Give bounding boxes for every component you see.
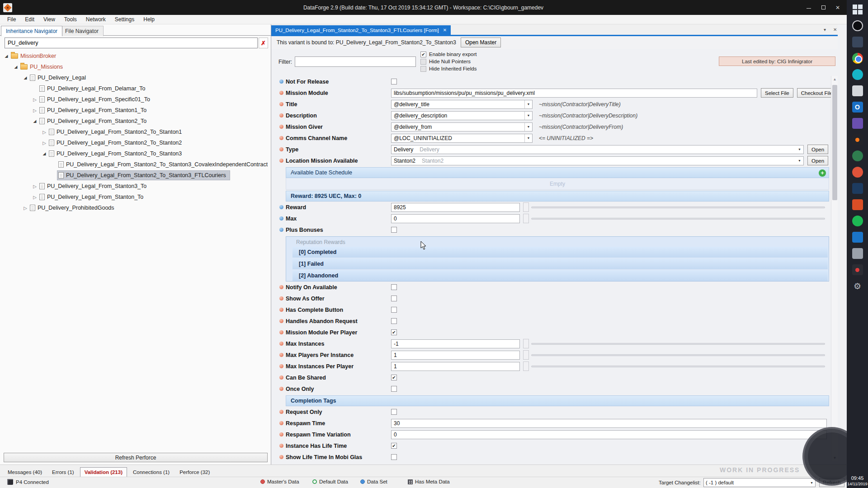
- menu-help[interactable]: Help: [139, 15, 159, 23]
- checkbox-can-be-shared[interactable]: [391, 375, 397, 380]
- tree-item-missionbroker[interactable]: ◢MissionBroker: [0, 51, 268, 61]
- minimize-button[interactable]: [805, 5, 812, 11]
- chevron-down-icon[interactable]: ▼: [796, 145, 803, 154]
- expanded-icon[interactable]: ◢: [22, 75, 29, 80]
- tree-item-pu-delivery-legal[interactable]: ◢PU_Delivery_Legal: [0, 72, 268, 83]
- open-button[interactable]: Open: [807, 156, 828, 165]
- checkbox-instance-has-life-time[interactable]: [391, 443, 397, 449]
- combo-mission-giver[interactable]: @delivery_from▼: [391, 122, 533, 131]
- collapsed-icon[interactable]: ▷: [31, 184, 38, 189]
- group-item-0-completed[interactable]: [0] Completed: [292, 247, 828, 258]
- collapsed-icon[interactable]: ▷: [41, 130, 48, 135]
- app-icon-photo[interactable]: [852, 85, 863, 97]
- app-icon-purple[interactable]: [852, 117, 863, 129]
- section-header-completion-tags[interactable]: Completion Tags: [286, 395, 829, 406]
- checkbox-enable-binary-export[interactable]: [420, 52, 426, 57]
- expanded-icon[interactable]: ◢: [3, 54, 10, 58]
- checkbox-show-as-offer[interactable]: [391, 296, 397, 301]
- tab-file-navigator[interactable]: File Navigator: [60, 26, 104, 36]
- checkbox-plus-bonuses[interactable]: [391, 227, 397, 233]
- scrollbar-thumb[interactable]: [832, 85, 837, 200]
- clear-search-icon[interactable]: ✗: [259, 38, 268, 48]
- group-item-2-abandoned[interactable]: [2] Abandoned: [292, 270, 828, 281]
- settings-gear-icon[interactable]: ⚙: [852, 280, 863, 292]
- app-icon-green[interactable]: [852, 150, 863, 162]
- menu-view[interactable]: View: [39, 15, 60, 23]
- close-button[interactable]: ✕: [834, 5, 841, 11]
- number-input-max-instances[interactable]: -1: [391, 339, 520, 348]
- collapsed-icon[interactable]: ▷: [31, 108, 38, 113]
- collapsed-icon[interactable]: ▷: [41, 141, 48, 145]
- document-tab[interactable]: PU_Delivery_Legal_From_Stanton2_To_Stant…: [271, 25, 451, 35]
- target-changelist-select[interactable]: ( -1 ) default ▼: [703, 478, 816, 487]
- chrome-icon[interactable]: [852, 52, 863, 64]
- chevron-down-icon[interactable]: ▼: [524, 134, 532, 142]
- collapsed-icon[interactable]: ▷: [22, 206, 29, 211]
- slider-handle[interactable]: [523, 361, 529, 371]
- number-input-max-players-per-instance[interactable]: 1: [391, 351, 520, 360]
- tree-item-pu-delivery-legal-from-stanton2-to-stanton3[interactable]: ◢PU_Delivery_Legal_From_Stanton2_To_Stan…: [0, 148, 268, 159]
- search-input[interactable]: [5, 38, 258, 48]
- menu-edit[interactable]: Edit: [20, 15, 39, 23]
- filter-input[interactable]: [295, 56, 416, 67]
- tree-item-pu-delivery-legal-from-delamar-to[interactable]: PU_Delivery_Legal_From_Delamar_To: [0, 83, 268, 94]
- open-master-button[interactable]: Open Master: [461, 38, 501, 47]
- picker-location-mission-available[interactable]: Stanton2Stanton2▼: [391, 156, 804, 165]
- outlook-icon[interactable]: O: [852, 101, 863, 113]
- checkbox-once-only[interactable]: [391, 386, 397, 392]
- number-input-respawn-time[interactable]: 30: [391, 419, 827, 428]
- app-icon-dev[interactable]: [852, 36, 863, 48]
- taskbar-clock[interactable]: 09:45 14/11/2019: [847, 475, 867, 488]
- refresh-perforce-button[interactable]: Refresh Perforce: [4, 453, 268, 462]
- slider-handle[interactable]: [523, 339, 529, 348]
- tree-item-pu-delivery-legal-from-specific01-to[interactable]: ▷PU_Delivery_Legal_From_Specific01_To: [0, 94, 268, 105]
- output-tab-errors[interactable]: Errors (1): [48, 467, 78, 477]
- app-icon-dark-red[interactable]: [852, 264, 863, 276]
- select-file-button[interactable]: Select File: [761, 88, 793, 98]
- add-item-icon[interactable]: +: [819, 169, 826, 177]
- app-icon-redcircle[interactable]: [852, 166, 863, 178]
- app-icon-record[interactable]: [852, 20, 863, 32]
- checkbox-request-only[interactable]: [391, 409, 397, 415]
- maximize-button[interactable]: [820, 5, 827, 11]
- app-icon-dark-orange[interactable]: [852, 134, 863, 145]
- chevron-down-icon[interactable]: ▼: [524, 123, 532, 131]
- menu-network[interactable]: Network: [81, 15, 110, 23]
- menu-tools[interactable]: Tools: [60, 15, 81, 23]
- checkbox-handles-abandon-request[interactable]: [391, 318, 397, 324]
- section-header-available-date-schedule[interactable]: Available Date Schedule+: [286, 167, 829, 178]
- open-button[interactable]: Open: [807, 145, 828, 154]
- picker-type[interactable]: DeliveryDelivery▼: [391, 145, 804, 154]
- expanded-icon[interactable]: ◢: [12, 65, 19, 69]
- tab-close-icon[interactable]: ✕: [443, 28, 447, 33]
- app-icon-teal[interactable]: [852, 69, 863, 80]
- tree-item-pu-delivery-legal-from-stanton-to[interactable]: ▷PU_Delivery_Legal_From_Stanton_To: [0, 192, 268, 202]
- collapsed-icon[interactable]: ▷: [31, 195, 38, 200]
- file-path-mission-module[interactable]: libs/subsumption/missions/pu/pu_missions…: [391, 89, 757, 98]
- output-tab-messages[interactable]: Messages (40): [4, 467, 46, 477]
- group-item-1-failed[interactable]: [1] Failed: [292, 258, 828, 269]
- checkbox-not-for-release[interactable]: [391, 79, 397, 84]
- slider-track[interactable]: [531, 218, 825, 220]
- output-tab-validation[interactable]: Validation (213): [80, 467, 127, 477]
- menu-settings[interactable]: Settings: [110, 15, 139, 23]
- collapsed-icon[interactable]: ▷: [31, 97, 38, 102]
- form-scrollbar[interactable]: ▲ ▼: [831, 76, 838, 461]
- combo-comms-channel-name[interactable]: @LOC_UNINITIALIZED▼: [391, 134, 533, 143]
- checkbox-show-life-time-in-mobi-glas[interactable]: [391, 454, 397, 460]
- section-header-reward-8925-uec-max-0[interactable]: Reward: 8925 UEC, Max: 0: [286, 191, 829, 202]
- number-input-respawn-time-variation[interactable]: 0: [391, 430, 827, 439]
- app-icon-navy[interactable]: [852, 183, 863, 194]
- checkout-file-button[interactable]: Checkout File: [797, 88, 831, 98]
- slider-handle[interactable]: [523, 214, 529, 223]
- slider-track[interactable]: [531, 366, 825, 367]
- output-tab-perforce[interactable]: Perforce (32): [175, 467, 214, 477]
- output-tab-connections[interactable]: Connections (1): [129, 467, 174, 477]
- tree-item-pu-delivery-prohibitedgoods[interactable]: ▷PU_Delivery_ProhibitedGoods: [0, 202, 268, 213]
- scroll-up-icon[interactable]: ▲: [831, 76, 838, 83]
- chevron-down-icon[interactable]: ▼: [524, 100, 532, 108]
- chevron-down-icon[interactable]: ▼: [796, 157, 803, 165]
- menu-file[interactable]: File: [3, 15, 20, 23]
- tab-list-chevron-icon[interactable]: ▾: [824, 27, 826, 32]
- expanded-icon[interactable]: ◢: [41, 151, 48, 156]
